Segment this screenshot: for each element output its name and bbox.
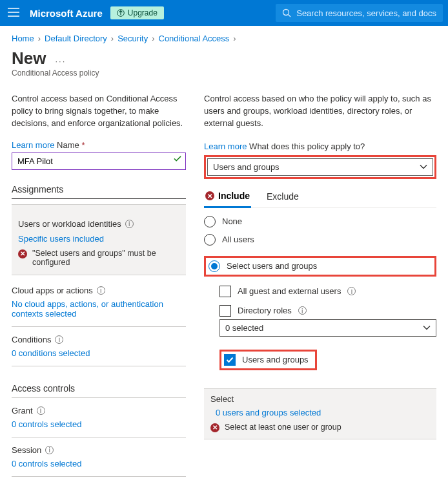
learn-more-link[interactable]: Learn more (12, 140, 54, 150)
session-link[interactable]: 0 controls selected (12, 459, 186, 468)
select-users-link[interactable]: 0 users and groups selected (216, 408, 430, 417)
info-icon[interactable]: i (45, 446, 54, 454)
apply-to-dropdown[interactable]: Users and groups (207, 158, 433, 176)
name-label: Name * (57, 140, 85, 150)
assignments-heading: Assignments (12, 184, 186, 199)
svg-point-1 (283, 10, 289, 16)
upgrade-icon (117, 9, 125, 17)
directory-roles-dropdown[interactable]: 0 selected (219, 319, 436, 337)
info-icon[interactable]: i (347, 287, 356, 295)
global-search[interactable]: Search resources, services, and docs (276, 4, 443, 22)
search-placeholder: Search resources, services, and docs (296, 8, 436, 18)
info-icon[interactable]: i (55, 335, 63, 344)
conditions-link[interactable]: 0 conditions selected (12, 348, 186, 358)
radio-none[interactable]: None (204, 216, 436, 227)
cloud-apps-label: Cloud apps or actions (12, 286, 93, 295)
radio-all-users[interactable]: All users (204, 234, 436, 246)
users-workload-link[interactable]: Specific users included (18, 234, 179, 244)
apply-to-label: What does this policy apply to? (249, 142, 365, 151)
upgrade-label: Upgrade (128, 8, 158, 17)
grant-link[interactable]: 0 controls selected (12, 419, 186, 429)
chevron-right-icon: › (38, 34, 41, 43)
checkbox-users-and-groups[interactable]: Users and groups (223, 353, 314, 367)
breadcrumb: Home › Default Directory › Security › Co… (0, 26, 448, 46)
info-icon[interactable]: i (97, 286, 105, 295)
error-icon: ✕ (205, 191, 214, 200)
chevron-right-icon: › (152, 34, 154, 43)
users-workload-label: Users or workload identities (18, 219, 121, 229)
more-actions-icon[interactable]: ··· (55, 56, 66, 66)
checkbox-directory-roles[interactable]: Directory roles i (219, 305, 436, 317)
chevron-down-icon (420, 162, 427, 172)
error-icon: ✕ (210, 423, 219, 432)
users-workload-error: "Select users and groups" must be config… (32, 249, 179, 267)
learn-more-link[interactable]: Learn more (204, 142, 247, 151)
hamburger-menu-icon[interactable] (5, 5, 22, 21)
brand-name: Microsoft Azure (30, 8, 103, 19)
conditions-label: Conditions (12, 335, 51, 344)
left-intro-text: Control access based on Conditional Acce… (12, 93, 186, 130)
upgrade-button[interactable]: Upgrade (110, 6, 164, 19)
page-subtitle: Conditional Access policy (0, 68, 448, 85)
select-heading: Select (210, 394, 430, 404)
grant-label: Grant (12, 406, 33, 416)
search-icon (282, 8, 291, 17)
cloud-apps-link[interactable]: No cloud apps, actions, or authenticatio… (12, 299, 186, 319)
check-icon (173, 154, 182, 165)
right-intro-text: Control access based on who the policy w… (204, 93, 436, 130)
chevron-right-icon: › (111, 34, 114, 43)
info-icon[interactable]: i (125, 220, 134, 228)
info-icon[interactable]: i (37, 406, 45, 415)
name-input[interactable] (12, 153, 186, 170)
info-icon[interactable]: i (298, 306, 307, 315)
tab-include[interactable]: ✕ Include (204, 188, 251, 208)
breadcrumb-conditional-access[interactable]: Conditional Access (159, 34, 230, 43)
session-label: Session (12, 445, 41, 455)
access-controls-heading: Access controls (12, 383, 186, 397)
breadcrumb-directory[interactable]: Default Directory (45, 34, 107, 43)
page-title: New (12, 48, 46, 68)
checkbox-guest-users[interactable]: All guest and external users i (219, 286, 436, 297)
chevron-down-icon (423, 323, 431, 333)
tab-exclude[interactable]: Exclude (265, 188, 300, 207)
breadcrumb-security[interactable]: Security (117, 34, 148, 43)
select-error: Select at least one user or group (225, 423, 341, 432)
error-icon: ✕ (18, 249, 27, 258)
radio-select-users-groups[interactable]: Select users and groups (207, 259, 433, 273)
breadcrumb-home[interactable]: Home (12, 34, 34, 43)
chevron-right-icon: › (233, 34, 236, 43)
